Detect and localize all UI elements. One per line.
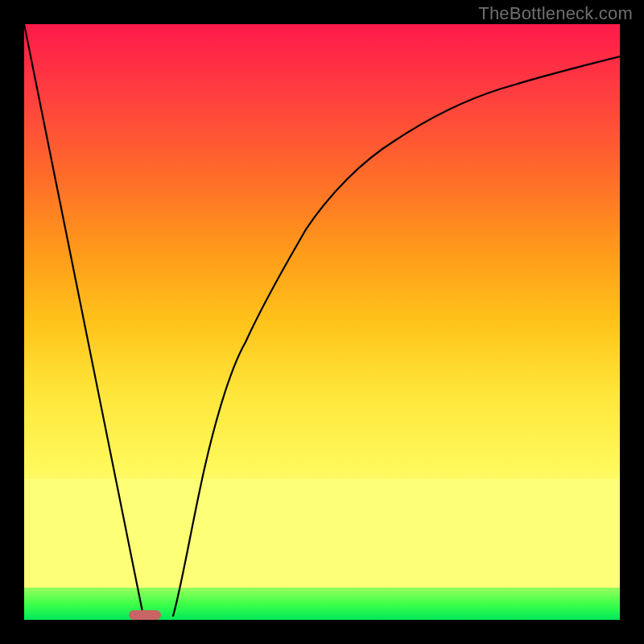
watermark-text: TheBottleneck.com [478,3,633,24]
chart-frame: TheBottleneck.com [0,0,644,644]
yellow-band-overlay [24,479,620,588]
bottleneck-marker [129,610,161,620]
